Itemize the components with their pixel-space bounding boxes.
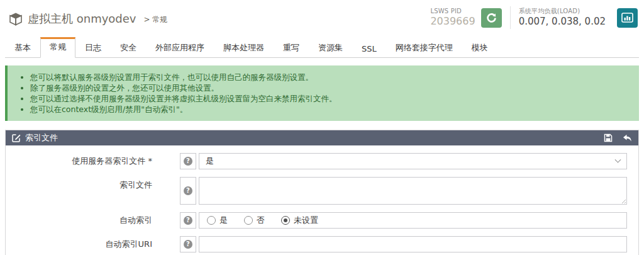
server-status-bar: LSWS PID 2039669 系统平均负载(LOAD) 0.007, 0.0…	[430, 6, 638, 29]
tab-bar: 基本 常规 日志 安全 外部应用程序 脚本处理器 重写 资源集 SSL 网络套接…	[5, 37, 639, 58]
tab-ssl[interactable]: SSL	[352, 40, 386, 58]
auto-index-uri-input[interactable]	[199, 236, 627, 252]
input-group: ? 是	[180, 153, 627, 169]
tab-log[interactable]: 日志	[75, 38, 111, 58]
input-group: ? 是 否 未设置	[180, 212, 627, 229]
question-icon: ?	[184, 216, 192, 225]
undo-icon	[623, 134, 632, 142]
help-button[interactable]: ?	[180, 153, 196, 169]
load-value: 0.007, 0.038, 0.02	[519, 16, 606, 28]
question-icon: ?	[184, 186, 192, 195]
page: 虚拟主机 onmyodev > 常规 LSWS PID 2039669 系统平均…	[0, 0, 644, 255]
load-label: 系统平均负载(LOAD)	[519, 8, 606, 16]
tab-general[interactable]: 常规	[40, 37, 75, 58]
stats-dashboard-button[interactable]	[617, 8, 638, 28]
breadcrumb: > 常规	[144, 14, 168, 25]
radio-label: 否	[257, 215, 265, 226]
question-icon: ?	[184, 157, 192, 166]
use-server-index-select[interactable]: 是	[199, 153, 627, 169]
tab-security[interactable]: 安全	[111, 38, 146, 58]
auto-index-radio-group: 是 否 未设置	[199, 212, 627, 229]
radio-label: 是	[219, 215, 228, 226]
page-header: 虚拟主机 onmyodev > 常规 LSWS PID 2039669 系统平均…	[0, 0, 644, 37]
question-icon: ?	[184, 240, 192, 249]
edit-icon	[12, 133, 21, 142]
radio-label: 未设置	[294, 215, 318, 226]
radio-icon	[244, 216, 253, 225]
panel-actions	[604, 133, 632, 142]
tab-script-handler[interactable]: 脚本处理器	[214, 38, 274, 58]
tab-external-app[interactable]: 外部应用程序	[146, 38, 214, 58]
input-group: ?	[180, 177, 627, 205]
field-label: 索引文件	[6, 177, 180, 193]
panel-header: 索引文件	[6, 130, 638, 145]
restart-server-button[interactable]	[481, 8, 502, 28]
form-row-auto-index-uri: 自动索引URI ?	[6, 236, 627, 252]
save-button[interactable]	[604, 133, 613, 142]
chevron-down-icon	[615, 156, 621, 162]
radio-icon	[207, 216, 216, 225]
vertical-divider	[510, 6, 511, 29]
info-item: 您可以通过选择不使用服务器级别设置并将虚拟主机级别设置留为空白来禁用索引文件。	[30, 93, 630, 104]
undo-button[interactable]	[623, 134, 632, 142]
field-label: 使用服务器索引文件 *	[6, 153, 180, 169]
index-files-panel: 索引文件 使用服务器索引文件 *	[5, 130, 639, 255]
tab-context[interactable]: 资源集	[309, 38, 352, 58]
refresh-icon	[486, 13, 497, 23]
cube-icon	[9, 12, 23, 26]
index-files-textarea[interactable]	[199, 177, 627, 205]
radio-option-not-set[interactable]: 未设置	[281, 215, 318, 226]
form-row-index-files: 索引文件 ?	[6, 177, 627, 205]
field-label: 自动索引	[6, 212, 180, 229]
info-message-box: 您可以将默认服务器级别设置用于索引文件，也可以使用自己的服务器级别设置。 除了服…	[5, 65, 639, 121]
save-icon	[604, 133, 613, 142]
tab-websocket-proxy[interactable]: 网络套接字代理	[386, 38, 462, 58]
lsws-pid-value: 2039669	[430, 15, 475, 28]
info-item: 除了服务器级别的设置之外，您还可以使用其他设置。	[30, 82, 630, 93]
input-group: ?	[180, 236, 627, 252]
radio-option-no[interactable]: 否	[244, 215, 265, 226]
radio-option-yes[interactable]: 是	[207, 215, 228, 226]
info-item: 您可以将默认服务器级别设置用于索引文件，也可以使用自己的服务器级别设置。	[30, 72, 630, 82]
select-value: 是	[206, 156, 214, 167]
page-title: 虚拟主机 onmyodev	[28, 11, 136, 26]
form-row-auto-index: 自动索引 ? 是 否	[6, 212, 627, 229]
form-row-use-server-index: 使用服务器索引文件 * ? 是	[6, 153, 627, 169]
info-item: 您可以在context级别启用/禁用"自动索引"。	[30, 104, 630, 115]
panel-body: 使用服务器索引文件 * ? 是 索引文件 ?	[6, 145, 638, 255]
tab-rewrite[interactable]: 重写	[274, 38, 309, 58]
help-button[interactable]: ?	[180, 177, 196, 205]
textarea-wrap	[199, 177, 627, 205]
panel-title: 索引文件	[25, 132, 58, 144]
radio-icon	[281, 216, 290, 225]
tab-modules[interactable]: 模块	[462, 38, 497, 58]
lsws-pid-block: LSWS PID 2039669	[430, 8, 475, 28]
load-block: 系统平均负载(LOAD) 0.007, 0.038, 0.02	[519, 8, 606, 27]
help-button[interactable]: ?	[180, 236, 196, 252]
help-button[interactable]: ?	[180, 212, 196, 229]
tab-basic[interactable]: 基本	[5, 38, 40, 58]
field-label: 自动索引URI	[6, 236, 180, 252]
bar-chart-icon	[621, 13, 633, 23]
lsws-pid-label: LSWS PID	[430, 8, 475, 16]
